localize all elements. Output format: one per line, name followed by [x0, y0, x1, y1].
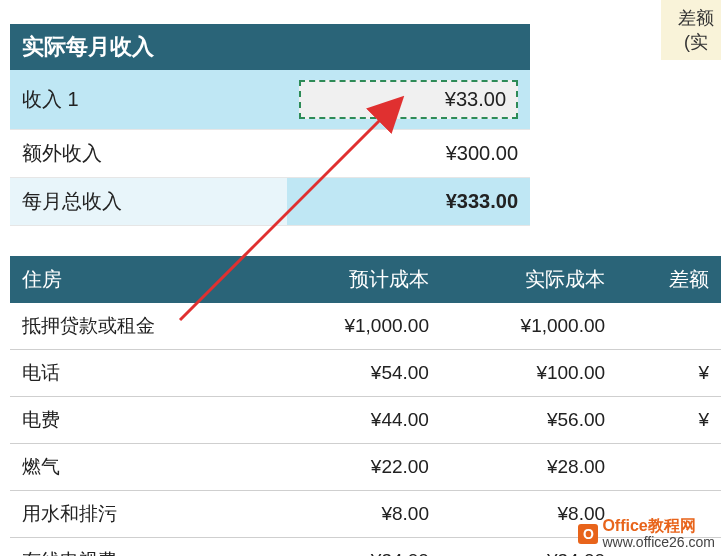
cell-estimated[interactable]: ¥44.00 — [265, 397, 441, 444]
watermark-brand: Office教程网 — [602, 517, 715, 535]
table-row: 抵押贷款或租金 ¥1,000.00 ¥1,000.00 — [10, 303, 721, 350]
cell-item[interactable]: 有线电视费 — [10, 538, 265, 557]
housing-table: 住房 预计成本 实际成本 差额 抵押贷款或租金 ¥1,000.00 ¥1,000… — [10, 256, 721, 556]
income-header: 实际每月收入 — [10, 24, 530, 70]
cell-actual[interactable]: ¥28.00 — [441, 444, 617, 491]
col-diff: 差额 — [617, 256, 721, 303]
income-table: 实际每月收入 收入 1 ¥33.00 额外收入 ¥300.00 每月总收入 ¥3… — [10, 24, 530, 226]
cell-diff[interactable] — [617, 303, 721, 350]
income-value[interactable]: ¥300.00 — [287, 130, 530, 178]
col-item: 住房 — [10, 256, 265, 303]
selected-cell[interactable]: ¥33.00 — [299, 80, 518, 119]
income-total-value[interactable]: ¥333.00 — [287, 178, 530, 226]
table-row: 燃气 ¥22.00 ¥28.00 — [10, 444, 721, 491]
cell-estimated[interactable]: ¥34.00 — [265, 538, 441, 557]
table-row: 收入 1 ¥33.00 — [10, 70, 530, 130]
top-badge: 差额 (实 — [661, 0, 721, 60]
cell-item[interactable]: 用水和排污 — [10, 491, 265, 538]
income-label: 额外收入 — [10, 130, 287, 178]
cell-actual[interactable]: ¥100.00 — [441, 350, 617, 397]
cell-diff[interactable]: ¥ — [617, 397, 721, 444]
cell-actual[interactable]: ¥1,000.00 — [441, 303, 617, 350]
cell-actual[interactable]: ¥56.00 — [441, 397, 617, 444]
income-label: 每月总收入 — [10, 178, 287, 226]
cell-diff[interactable] — [617, 444, 721, 491]
col-actual: 实际成本 — [441, 256, 617, 303]
logo-icon: O — [578, 524, 598, 544]
cell-diff[interactable]: ¥ — [617, 350, 721, 397]
cell-item[interactable]: 燃气 — [10, 444, 265, 491]
table-row: 每月总收入 ¥333.00 — [10, 178, 530, 226]
income-value-cell[interactable]: ¥33.00 — [287, 70, 530, 130]
table-row: 电话 ¥54.00 ¥100.00 ¥ — [10, 350, 721, 397]
cell-item[interactable]: 电话 — [10, 350, 265, 397]
cell-estimated[interactable]: ¥8.00 — [265, 491, 441, 538]
watermark: O Office教程网 www.office26.com — [578, 517, 715, 550]
cell-estimated[interactable]: ¥1,000.00 — [265, 303, 441, 350]
col-estimated: 预计成本 — [265, 256, 441, 303]
badge-line2: (实 — [671, 30, 721, 54]
cell-item[interactable]: 抵押贷款或租金 — [10, 303, 265, 350]
table-row: 电费 ¥44.00 ¥56.00 ¥ — [10, 397, 721, 444]
table-row: 额外收入 ¥300.00 — [10, 130, 530, 178]
cell-item[interactable]: 电费 — [10, 397, 265, 444]
watermark-url: www.office26.com — [602, 535, 715, 550]
income-label: 收入 1 — [10, 70, 287, 130]
badge-line1: 差额 — [671, 6, 721, 30]
housing-header-row: 住房 预计成本 实际成本 差额 — [10, 256, 721, 303]
cell-estimated[interactable]: ¥54.00 — [265, 350, 441, 397]
cell-estimated[interactable]: ¥22.00 — [265, 444, 441, 491]
